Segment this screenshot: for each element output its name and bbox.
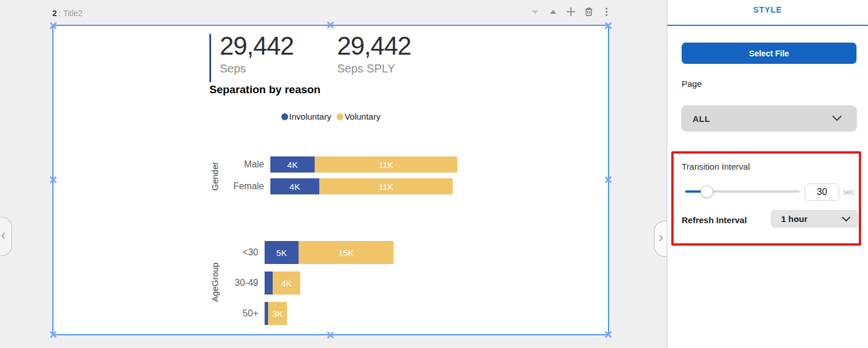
more-options-button[interactable] xyxy=(598,5,614,21)
style-panel: STYLE Select File Page ALL Transition In… xyxy=(667,0,868,348)
chart-title: Separation by reason xyxy=(209,83,320,96)
tab-style[interactable]: STYLE xyxy=(667,5,868,14)
left-drawer-toggle[interactable] xyxy=(0,217,12,256)
kpi-accent-bar xyxy=(209,34,211,82)
bar-segment[interactable]: 3K xyxy=(268,302,287,325)
widget-title-text: Title2 xyxy=(63,9,83,18)
select-file-button[interactable]: Select File xyxy=(682,43,856,64)
category-label: 50+ xyxy=(53,302,265,325)
category-label: 30-49 xyxy=(53,271,265,295)
legend-label: Involuntary xyxy=(289,112,331,121)
kpi-value: 29,442 xyxy=(337,32,411,60)
trash-icon xyxy=(584,7,594,18)
bar-segments: 4K11K xyxy=(270,156,457,173)
bar-row: <305K15K xyxy=(53,241,393,264)
kpi-card: 29,442 Seps SPLY xyxy=(337,32,411,75)
page-label: Page xyxy=(682,79,702,89)
report-canvas[interactable]: 29,442 Seps 29,442 Seps SPLY Separation … xyxy=(52,25,609,335)
bar-segments: 3K xyxy=(265,302,287,325)
bar-segment[interactable]: 5K xyxy=(265,241,299,264)
category-label: <30 xyxy=(53,241,265,264)
kpi-value: 29,442 xyxy=(220,32,294,60)
widget-toolbar xyxy=(527,5,614,21)
bar-segment[interactable]: 4K xyxy=(270,178,319,194)
bar-row: 30-494K xyxy=(53,271,393,295)
kpi-card: 29,442 Seps xyxy=(220,32,294,75)
selection-handle[interactable] xyxy=(603,21,613,30)
tab-active-indicator xyxy=(667,25,868,26)
delete-widget-button[interactable] xyxy=(580,5,596,21)
triangle-up-icon xyxy=(549,7,557,18)
chart-legend: InvoluntaryVoluntary xyxy=(53,112,608,121)
bar-row: 50+3K xyxy=(53,302,393,325)
chevron-right-icon xyxy=(658,234,664,244)
bar-row: Female4K11K xyxy=(53,178,457,194)
transition-interval-unit: sec xyxy=(843,188,854,196)
kpi-label: Seps xyxy=(220,62,294,75)
legend-item[interactable]: Involuntary xyxy=(281,112,331,121)
add-widget-button[interactable] xyxy=(563,5,579,21)
selection-handle[interactable] xyxy=(48,21,58,30)
bar-chart-gender: Male4K11KFemale4K11K xyxy=(53,156,457,200)
refresh-interval-dropdown[interactable]: 1 hour xyxy=(771,210,858,228)
selection-handle[interactable] xyxy=(603,175,613,185)
selection-handle[interactable] xyxy=(326,20,335,30)
move-down-button[interactable] xyxy=(527,5,543,21)
bar-segments: 5K15K xyxy=(265,241,393,264)
transition-interval-slider[interactable] xyxy=(685,185,800,198)
bar-segments: 4K11K xyxy=(270,178,453,194)
widget-title: 2:Title2 xyxy=(52,9,82,18)
chevron-down-icon xyxy=(842,214,851,224)
legend-dot-icon xyxy=(281,113,288,120)
bar-segments: 4K xyxy=(265,271,300,295)
chevron-left-icon xyxy=(1,231,6,242)
bar-segment[interactable]: 15K xyxy=(299,241,393,264)
legend-item[interactable]: Voluntary xyxy=(337,112,381,121)
bar-segment[interactable]: 4K xyxy=(273,271,300,295)
refresh-interval-label: Refresh Interval xyxy=(682,215,747,225)
kebab-menu-icon xyxy=(602,7,611,18)
refresh-interval-value: 1 hour xyxy=(771,214,808,224)
right-panel-toggle[interactable] xyxy=(654,221,667,257)
slider-thumb[interactable] xyxy=(701,185,713,198)
bar-segment[interactable]: 11K xyxy=(315,156,457,173)
bar-chart-agegroup: <305K15K30-494K50+3K xyxy=(53,241,393,332)
bar-segment[interactable]: 4K xyxy=(270,156,315,173)
transition-interval-label: Transition Interval xyxy=(682,162,750,171)
kpi-label: Seps SPLY xyxy=(337,62,411,75)
category-label: Male xyxy=(53,156,270,173)
legend-dot-icon xyxy=(337,113,343,120)
move-up-button[interactable] xyxy=(545,5,561,21)
widget-title-separator: : xyxy=(59,9,61,18)
page-dropdown-value: ALL xyxy=(681,114,710,124)
legend-label: Voluntary xyxy=(345,112,381,121)
bar-row: Male4K11K xyxy=(53,156,457,173)
triangle-down-icon xyxy=(531,7,540,18)
chevron-down-icon xyxy=(832,113,842,124)
bar-segment[interactable] xyxy=(265,271,273,295)
bar-segment[interactable]: 11K xyxy=(319,178,453,194)
widget-index: 2 xyxy=(52,9,57,18)
page-dropdown[interactable]: ALL xyxy=(681,105,857,132)
plus-icon xyxy=(566,7,576,18)
selection-handle[interactable] xyxy=(603,330,613,339)
transition-interval-input[interactable] xyxy=(805,183,839,201)
category-label: Female xyxy=(53,178,270,194)
